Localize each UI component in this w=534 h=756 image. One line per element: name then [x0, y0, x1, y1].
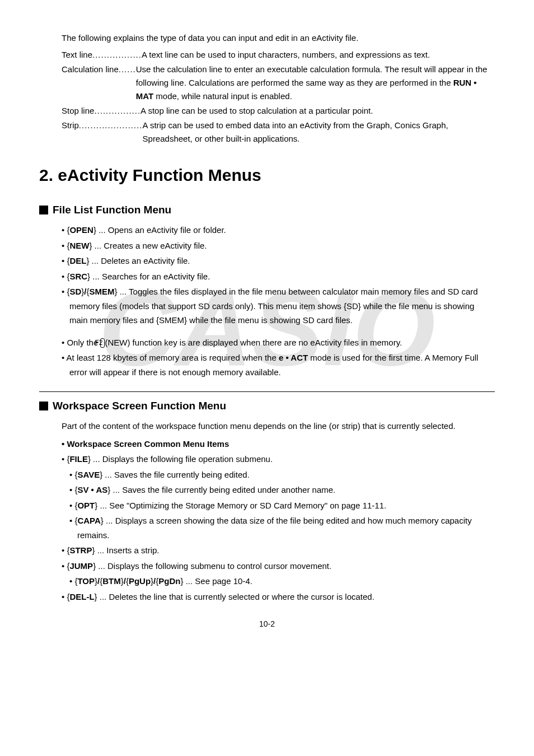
page-number: 10-2 — [39, 619, 495, 628]
term: Strip — [62, 119, 79, 146]
list-item: • {SRC} ... Searches for an eActivity fi… — [62, 269, 495, 284]
file-list-heading-row: File List Function Menu — [39, 204, 495, 216]
list-item: • {OPEN} ... Opens an eActivity file or … — [62, 223, 495, 237]
note-item: • Only the F2(NEW) function key is are d… — [62, 335, 495, 350]
sub-list-item: • {CAPA} ... Displays a screen showing t… — [62, 514, 495, 542]
list-item: • {JUMP} ... Displays the following subm… — [62, 559, 495, 573]
file-list-block: • {OPEN} ... Opens an eActivity file or … — [39, 223, 495, 328]
file-list-heading: File List Function Menu — [53, 204, 171, 216]
dots: ................. — [92, 48, 142, 62]
list-item: • {FILE} ... Displays the following file… — [62, 452, 495, 466]
def-calculation-line: Calculation line ...... Use the calculat… — [62, 63, 495, 103]
sub-list-item: • {SAVE} ... Saves the file currently be… — [62, 468, 495, 482]
note-item: • At least 128 kbytes of memory area is … — [62, 351, 495, 379]
list-item: • {DEL} ... Deletes an eActivity file. — [62, 254, 495, 268]
def-strip: Strip ...................... A strip can… — [62, 119, 495, 146]
list-item: • {SD}/{SMEM} ... Toggles the files disp… — [62, 284, 495, 328]
desc: A stop line can be used to stop calculat… — [140, 104, 495, 118]
def-text-line: Text line ................. A text line … — [62, 48, 495, 62]
list-item: • {DEL-L} ... Deletes the line that is c… — [62, 590, 495, 604]
desc: Use the calculation line to enter an exe… — [136, 63, 495, 103]
dots: ...................... — [79, 119, 143, 146]
intro-block: The following explains the type of data … — [39, 31, 495, 146]
file-list-notes: • Only the F2(NEW) function key is are d… — [39, 335, 495, 380]
square-bullet-icon — [39, 402, 48, 410]
sub-list-item: • {TOP}/{BTM}/{PgUp}/{PgDn} ... See page… — [62, 574, 495, 589]
term: Stop line — [62, 104, 94, 118]
list-item: • {STRP} ... Inserts a strip. — [62, 543, 495, 558]
desc: A strip can be used to embed data into a… — [143, 119, 495, 146]
intro-lead: The following explains the type of data … — [62, 31, 495, 45]
sub-list-item: • {OPT} ... See "Optimizing the Storage … — [62, 498, 495, 513]
workspace-block: Part of the content of the workspace fun… — [39, 419, 495, 604]
sub-list-item: • {SV • AS} ... Saves the file currently… — [62, 483, 495, 497]
term: Calculation line — [62, 63, 119, 103]
dots: ...... — [119, 63, 136, 103]
square-bullet-icon — [39, 206, 48, 214]
dots: ................ — [94, 104, 140, 118]
workspace-heading-row: Workspace Screen Function Menu — [39, 400, 495, 412]
divider — [39, 391, 495, 392]
workspace-heading: Workspace Screen Function Menu — [53, 400, 226, 412]
list-item: • {NEW} ... Creates a new eActivity file… — [62, 239, 495, 253]
def-stop-line: Stop line ................ A stop line c… — [62, 104, 495, 118]
common-heading: • Workspace Screen Common Menu Items — [62, 437, 495, 451]
section-title: 2. eActivity Function Menus — [39, 166, 495, 185]
desc: A text line can be used to input charact… — [142, 48, 495, 62]
workspace-lead: Part of the content of the workspace fun… — [62, 419, 495, 433]
term: Text line — [62, 48, 92, 62]
